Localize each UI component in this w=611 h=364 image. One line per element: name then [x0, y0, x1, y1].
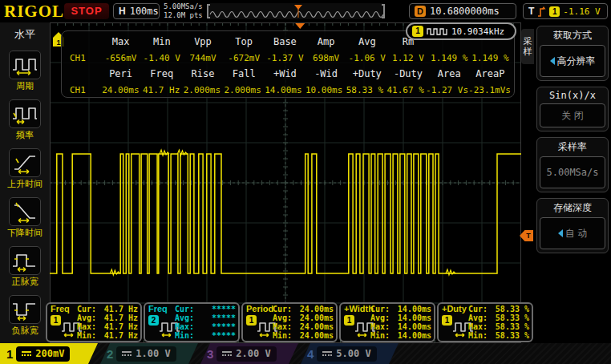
channel-status-bar: 1200mV21.00 V32.00 V45.00 V: [0, 343, 611, 364]
stat-row-value: 58.33 %: [496, 331, 529, 340]
menu-group: 采样率5.00MSa/s: [536, 137, 609, 192]
table-value-cell: -1.40 V: [141, 53, 182, 63]
menu-softkey-2[interactable]: 5.00MSa/s: [540, 156, 605, 188]
table-value-cell: -1.06 V: [346, 53, 387, 63]
table-header-cell: Max: [100, 36, 141, 47]
measure-item-neg-width[interactable]: 负脉宽: [9, 295, 41, 337]
channel-number: 2: [107, 347, 113, 361]
table-value-cell: 698mV: [306, 53, 346, 63]
channel-scale-box: 2.00 V: [216, 346, 276, 362]
stat-row-value: *****: [212, 313, 236, 322]
measure-menu-title: 水平: [14, 27, 35, 42]
overview-right-bracket: [382, 4, 385, 18]
table-header-cell: Avg: [346, 36, 387, 47]
pos-width-icon-button[interactable]: [9, 246, 41, 275]
stat-row-value: *****: [212, 322, 236, 331]
stat-row-cur: Cur:24.00ms: [273, 305, 334, 313]
stat-source-badge: 1: [246, 315, 257, 326]
stat-row-cur: Cur:58.33 %: [468, 305, 529, 313]
dc-coupling-icon: [22, 351, 31, 357]
stat-row-min: Min:14.00ms: [370, 331, 431, 340]
run-stop-status[interactable]: STOP: [64, 3, 109, 19]
table-value-cell: 2.000ms: [222, 85, 263, 95]
trigger-level-marker[interactable]: T: [520, 230, 533, 241]
stat-source-badge: 1: [344, 315, 354, 326]
menu-softkey-0[interactable]: 高分辨率: [540, 45, 605, 77]
table-value-cell: 14.00ms: [263, 85, 304, 95]
stat-box-pos-duty[interactable]: +Duty1Cur:58.33 %Avg:58.33 %Max:58.33 %M…: [437, 302, 533, 342]
rise-time-icon-button[interactable]: [9, 148, 41, 177]
channel-scale-value: 2.00 V: [236, 348, 270, 359]
period-icon-button[interactable]: [9, 51, 41, 79]
fall-time-icon-button[interactable]: [9, 197, 41, 226]
table-value-cell: 1.149 %: [429, 53, 470, 63]
trigger-position-marker[interactable]: [295, 23, 305, 29]
waveform-display: 1 MaxMinVppTopBaseAmpAvgRmCH1-656mV-1.40…: [50, 22, 521, 343]
stat-source-badge: 1: [442, 315, 452, 326]
channel-number: 1: [6, 347, 13, 361]
table-header-cell: Freq: [141, 68, 182, 79]
stat-box-label: +Width: [344, 304, 374, 313]
menu-group: 获取方式高分辨率: [536, 26, 609, 81]
neg-width-icon-button[interactable]: [9, 295, 41, 324]
stat-row-label: Cur:: [468, 305, 488, 313]
table-value-cell: 10.00ms: [304, 85, 345, 95]
stat-row-max: Max:41.7 Hz: [77, 322, 138, 331]
stat-box-pos-width[interactable]: +Width1Cur:14.00msAvg:14.00msMax:14.00ms…: [339, 302, 435, 342]
menu-softkey-3[interactable]: 自 动: [540, 217, 605, 249]
stat-row-avg: Avg:41.7 Hz: [77, 313, 138, 322]
table-value-cell: 1.149 %: [470, 53, 511, 63]
channel-4-tab[interactable]: 45.00 V: [301, 343, 399, 364]
measure-item-period[interactable]: 周期: [9, 51, 41, 92]
menu-group-title: 存储深度: [540, 201, 605, 215]
stat-row-avg: Avg:14.00ms: [370, 313, 431, 322]
table-header-cell: Area: [429, 68, 470, 79]
trigger-delay[interactable]: D 10.6800000ms: [409, 3, 516, 19]
measure-item-rise-time[interactable]: 上升时间: [7, 148, 42, 190]
stat-row-label: Cur:: [370, 305, 390, 313]
overview-waveform: [207, 3, 385, 19]
stat-box-label: Period: [246, 304, 273, 313]
dc-coupling-icon: [322, 351, 332, 357]
measure-item-pos-width[interactable]: 正脉宽: [9, 246, 41, 288]
stat-row-value: 24.00ms: [300, 313, 334, 322]
table-row: CH124.00ms41.7 Hz2.000ms2.000ms14.00ms10…: [65, 82, 511, 98]
table-header-cell: AreaP: [470, 68, 511, 79]
channel-3-tab[interactable]: 32.00 V: [200, 343, 298, 364]
stat-row-label: Min:: [273, 331, 292, 340]
waveform-overview-bar[interactable]: [207, 3, 385, 19]
stat-row-cur: Cur:*****: [175, 305, 236, 313]
stat-row-label: Cur:: [77, 305, 96, 313]
measure-item-label: 正脉宽: [12, 276, 38, 288]
channel-2-tab[interactable]: 21.00 V: [100, 343, 198, 364]
stat-box-freq[interactable]: Freq1Cur:41.7 HzAvg:41.7 HzMax:41.7 HzMi…: [46, 302, 142, 342]
stat-box-period[interactable]: Period1Cur:24.00msAvg:24.00msMax:24.00ms…: [241, 302, 338, 342]
stat-row-min: Min:*****: [175, 331, 236, 340]
channel-1-tab[interactable]: 1200mV: [0, 343, 98, 364]
horizontal-timebase[interactable]: H 100ms: [113, 3, 160, 19]
menu-softkey-1[interactable]: 关 闭: [540, 103, 605, 127]
stat-box-label: Freq: [51, 304, 70, 313]
timebase-value: 100ms: [130, 6, 159, 17]
table-value-cell: -23.1mVs: [468, 85, 511, 95]
stat-source-badge: 1: [51, 315, 61, 326]
svg-text:1: 1: [56, 38, 60, 47]
stat-row-label: Min:: [468, 331, 488, 340]
measure-shortcut-menu: 水平 周期频率上升时间下降时间正脉宽负脉宽: [0, 22, 50, 343]
table-header-cell: Base: [265, 36, 306, 47]
trigger-status[interactable]: T 1 -1.16 V: [523, 3, 608, 19]
stat-source-badge: 2: [148, 315, 159, 326]
sample-tab-char: 样: [521, 47, 534, 57]
menu-group-title: 采样率: [540, 140, 605, 154]
frequency-icon-button[interactable]: [9, 99, 41, 128]
stat-row-avg: Avg:*****: [175, 313, 236, 322]
stat-row-avg: Avg:24.00ms: [273, 313, 334, 322]
measure-item-frequency[interactable]: 频率: [9, 99, 41, 141]
table-header-cell: +Duty: [346, 68, 387, 79]
measure-item-fall-time[interactable]: 下降时间: [7, 197, 42, 239]
stat-rows: Cur:*****Avg:*****Max:*****Min:*****: [175, 305, 236, 340]
table-header-cell: -Duty: [387, 68, 428, 79]
dc-coupling-icon: [222, 351, 232, 357]
sample-tab-char: 采: [521, 36, 534, 47]
stat-box-freq[interactable]: Freq2Cur:*****Avg:*****Max:*****Min:****…: [144, 302, 240, 342]
